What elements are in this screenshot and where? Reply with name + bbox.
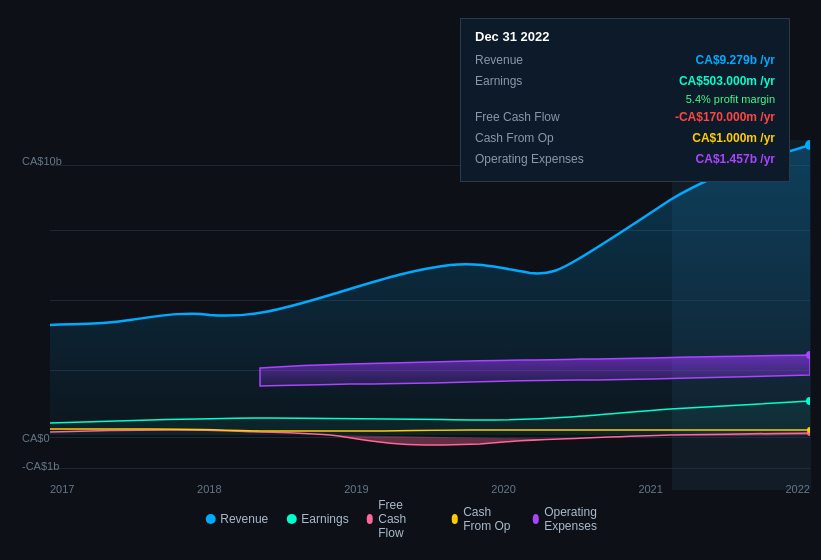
x-label-2018: 2018 bbox=[197, 483, 221, 495]
tooltip-row-fcf: Free Cash Flow -CA$170.000m /yr bbox=[475, 108, 775, 126]
tooltip-label-revenue: Revenue bbox=[475, 51, 605, 69]
legend-dot-fcf bbox=[367, 514, 374, 524]
legend-item-cashfromop[interactable]: Cash From Op bbox=[452, 505, 515, 533]
tooltip-popup: Dec 31 2022 Revenue CA$9.279b /yr Earnin… bbox=[460, 18, 790, 182]
legend: Revenue Earnings Free Cash Flow Cash Fro… bbox=[205, 498, 616, 540]
legend-dot-opex bbox=[533, 514, 540, 524]
x-label-2021: 2021 bbox=[638, 483, 662, 495]
legend-dot-revenue bbox=[205, 514, 215, 524]
tooltip-row-earnings: Earnings CA$503.000m /yr bbox=[475, 72, 775, 90]
tooltip-value-revenue: CA$9.279b /yr bbox=[696, 51, 775, 69]
tooltip-title: Dec 31 2022 bbox=[475, 29, 775, 44]
revenue-area bbox=[50, 145, 810, 435]
chart-svg bbox=[50, 140, 810, 490]
chart-container: Dec 31 2022 Revenue CA$9.279b /yr Earnin… bbox=[0, 0, 821, 560]
legend-item-earnings[interactable]: Earnings bbox=[286, 512, 348, 526]
legend-dot-cashfromop bbox=[452, 514, 459, 524]
legend-item-revenue[interactable]: Revenue bbox=[205, 512, 268, 526]
tooltip-value-cashfromop: CA$1.000m /yr bbox=[692, 129, 775, 147]
tooltip-row-opex: Operating Expenses CA$1.457b /yr bbox=[475, 150, 775, 168]
x-axis: 2017 2018 2019 2020 2021 2022 bbox=[50, 483, 810, 495]
legend-dot-earnings bbox=[286, 514, 296, 524]
tooltip-profit-margin-row: 5.4% profit margin bbox=[475, 93, 775, 105]
legend-label-earnings: Earnings bbox=[301, 512, 348, 526]
tooltip-label-opex: Operating Expenses bbox=[475, 150, 605, 168]
tooltip-label-earnings: Earnings bbox=[475, 72, 605, 90]
tooltip-row-revenue: Revenue CA$9.279b /yr bbox=[475, 51, 775, 69]
tooltip-label-fcf: Free Cash Flow bbox=[475, 108, 605, 126]
tooltip-label-cashfromop: Cash From Op bbox=[475, 129, 605, 147]
legend-label-opex: Operating Expenses bbox=[544, 505, 616, 533]
legend-label-fcf: Free Cash Flow bbox=[378, 498, 433, 540]
tooltip-value-opex: CA$1.457b /yr bbox=[696, 150, 775, 168]
tooltip-value-earnings: CA$503.000m /yr bbox=[679, 72, 775, 90]
x-label-2022: 2022 bbox=[785, 483, 809, 495]
x-label-2019: 2019 bbox=[344, 483, 368, 495]
y-axis-zero-label: CA$0 bbox=[22, 432, 50, 444]
legend-label-revenue: Revenue bbox=[220, 512, 268, 526]
tooltip-profit-margin: 5.4% profit margin bbox=[686, 93, 775, 105]
legend-item-opex[interactable]: Operating Expenses bbox=[533, 505, 616, 533]
tooltip-row-cashfromop: Cash From Op CA$1.000m /yr bbox=[475, 129, 775, 147]
legend-label-cashfromop: Cash From Op bbox=[463, 505, 514, 533]
tooltip-value-fcf: -CA$170.000m /yr bbox=[675, 108, 775, 126]
legend-item-fcf[interactable]: Free Cash Flow bbox=[367, 498, 434, 540]
x-label-2017: 2017 bbox=[50, 483, 74, 495]
x-label-2020: 2020 bbox=[491, 483, 515, 495]
